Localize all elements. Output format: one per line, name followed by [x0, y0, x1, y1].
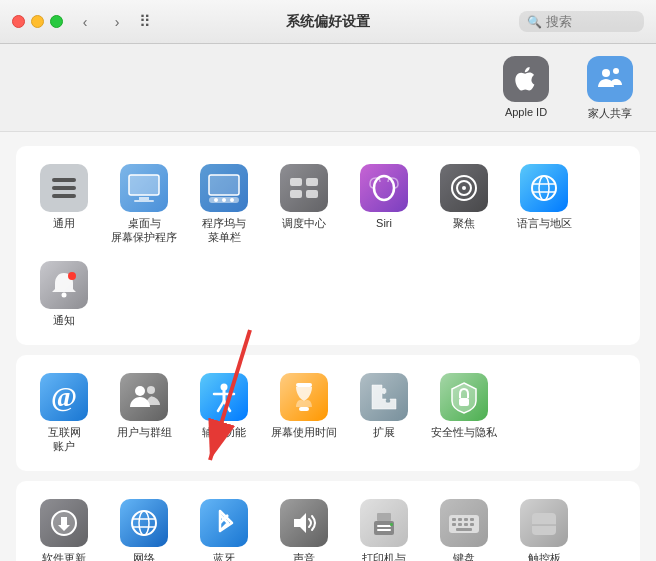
svg-point-23 [532, 176, 556, 200]
svg-point-27 [62, 292, 67, 297]
dock-label: 程序坞与菜单栏 [202, 216, 246, 245]
svg-point-29 [135, 386, 145, 396]
svg-rect-15 [290, 178, 302, 186]
bluetooth-item[interactable]: 蓝牙 [184, 491, 264, 561]
search-input[interactable] [546, 14, 636, 29]
software-label: 软件更新 [42, 551, 86, 561]
family-sharing-label: 家人共享 [588, 106, 632, 121]
extensions-item[interactable]: 扩展 [344, 365, 424, 462]
svg-rect-56 [452, 523, 456, 526]
security-label: 安全性与隐私 [431, 425, 497, 439]
search-box[interactable]: 🔍 [519, 11, 644, 32]
siri-item[interactable]: Siri [344, 156, 424, 253]
close-button[interactable] [12, 15, 25, 28]
svg-point-40 [132, 511, 156, 535]
svg-point-1 [613, 68, 619, 74]
svg-point-14 [230, 198, 234, 202]
maximize-button[interactable] [50, 15, 63, 28]
users-label: 用户与群组 [117, 425, 172, 439]
svg-rect-61 [532, 513, 556, 535]
forward-button[interactable]: › [103, 11, 131, 33]
svg-rect-57 [458, 523, 462, 526]
keyboard-label: 键盘 [453, 551, 475, 561]
svg-rect-49 [377, 513, 391, 521]
section-1: 通用 桌面与屏幕保护程序 [16, 146, 640, 345]
desktop-label: 桌面与屏幕保护程序 [111, 216, 177, 245]
svg-rect-58 [464, 523, 468, 526]
mission-label: 调度中心 [282, 216, 326, 230]
security-icon [440, 373, 488, 421]
svg-rect-53 [458, 518, 462, 521]
keyboard-item[interactable]: 键盘 [424, 491, 504, 561]
screentime-item[interactable]: 屏幕使用时间 [264, 365, 344, 462]
svg-rect-7 [139, 197, 149, 200]
mission-icon [280, 164, 328, 212]
screentime-icon [280, 373, 328, 421]
family-sharing-item[interactable]: 家人共享 [580, 56, 640, 121]
focus-item[interactable]: 聚焦 [424, 156, 504, 253]
language-item[interactable]: 语言与地区 [504, 156, 584, 253]
extensions-label: 扩展 [373, 425, 395, 439]
svg-rect-18 [306, 190, 318, 198]
svg-rect-2 [52, 178, 76, 182]
main-content: 通用 桌面与屏幕保护程序 [0, 132, 656, 561]
extensions-icon [360, 373, 408, 421]
dock-item[interactable]: 程序坞与菜单栏 [184, 156, 264, 253]
siri-icon [360, 164, 408, 212]
users-item[interactable]: 用户与群组 [104, 365, 184, 462]
internet-label: 互联网账户 [48, 425, 81, 454]
sound-item[interactable]: 声音 [264, 491, 344, 561]
section-3: 软件更新 网络 [16, 481, 640, 561]
svg-line-35 [224, 401, 230, 411]
notif-item[interactable]: 通知 [24, 253, 104, 335]
trackpad-item[interactable]: 触控板 [504, 491, 584, 561]
svg-rect-9 [209, 175, 239, 195]
svg-rect-37 [299, 407, 309, 411]
icon-grid-1: 通用 桌面与屏幕保护程序 [24, 156, 632, 335]
titlebar: ‹ › ⠿ 系统偏好设置 🔍 [0, 0, 656, 44]
software-item[interactable]: 软件更新 [24, 491, 104, 561]
focus-icon [440, 164, 488, 212]
notif-label: 通知 [53, 313, 75, 327]
notif-icon [40, 261, 88, 309]
window-title: 系统偏好设置 [286, 13, 370, 31]
internet-icon: @ [40, 373, 88, 421]
desktop-item[interactable]: 桌面与屏幕保护程序 [104, 156, 184, 253]
minimize-button[interactable] [31, 15, 44, 28]
internet-item[interactable]: @ 互联网账户 [24, 365, 104, 462]
svg-rect-17 [290, 190, 302, 198]
language-label: 语言与地区 [517, 216, 572, 230]
general-label: 通用 [53, 216, 75, 230]
svg-rect-16 [306, 178, 318, 186]
apple-id-item[interactable]: Apple ID [496, 56, 556, 121]
network-item[interactable]: 网络 [104, 491, 184, 561]
svg-rect-36 [296, 383, 312, 387]
general-item[interactable]: 通用 [24, 156, 104, 253]
svg-rect-54 [464, 518, 468, 521]
nav-buttons: ‹ › [71, 11, 131, 33]
printers-item[interactable]: 打印机与扫描仪 [344, 491, 424, 561]
svg-point-28 [68, 272, 76, 280]
back-button[interactable]: ‹ [71, 11, 99, 33]
language-icon [520, 164, 568, 212]
icon-grid-3: 软件更新 网络 [24, 491, 632, 561]
search-icon: 🔍 [527, 15, 542, 29]
svg-point-41 [139, 511, 149, 535]
trackpad-label: 触控板 [528, 551, 561, 561]
desktop-icon [120, 164, 168, 212]
svg-rect-59 [470, 523, 474, 526]
svg-marker-45 [294, 513, 306, 533]
svg-rect-48 [377, 529, 391, 531]
svg-line-34 [218, 401, 224, 411]
sound-icon [280, 499, 328, 547]
bluetooth-label: 蓝牙 [213, 551, 235, 561]
users-icon [120, 373, 168, 421]
mission-item[interactable]: 调度中心 [264, 156, 344, 253]
svg-rect-52 [452, 518, 456, 521]
svg-point-30 [147, 386, 155, 394]
svg-rect-8 [134, 200, 154, 202]
svg-rect-38 [459, 398, 469, 406]
access-item[interactable]: 辅助功能 [184, 365, 264, 462]
security-item[interactable]: 安全性与隐私 [424, 365, 504, 462]
grid-icon[interactable]: ⠿ [139, 12, 151, 31]
